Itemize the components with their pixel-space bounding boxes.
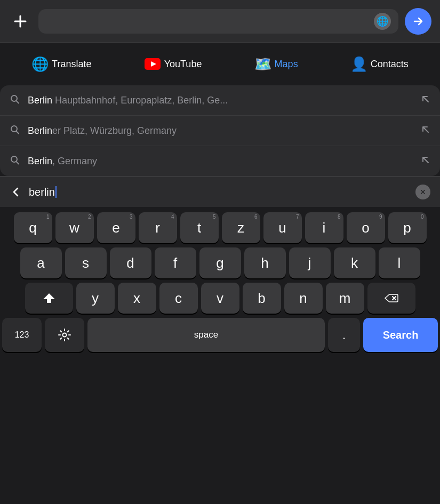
new-tab-button[interactable] <box>9 10 32 33</box>
url-search-bar[interactable]: 🌐 <box>38 9 398 34</box>
quick-link-contacts[interactable]: 👤 Contacts <box>350 55 409 73</box>
arrow-icon-2 <box>421 125 430 137</box>
key-search[interactable]: Search <box>363 318 438 352</box>
key-q[interactable]: 1q <box>14 212 52 243</box>
key-x[interactable]: x <box>118 283 156 314</box>
clear-button[interactable]: ✕ <box>415 185 430 199</box>
keyboard-row-2: a s d f g h j k l <box>2 247 438 278</box>
search-icon-3 <box>10 155 20 167</box>
key-z[interactable]: 6z <box>222 212 260 243</box>
search-icon-2 <box>10 124 20 137</box>
keyboard-row-4: 123 space . Search <box>2 318 438 352</box>
search-icon-1 <box>10 94 20 107</box>
key-delete[interactable] <box>367 283 415 314</box>
key-l[interactable]: l <box>379 247 420 278</box>
key-p[interactable]: 0p <box>388 212 427 243</box>
youtube-icon <box>144 55 161 73</box>
key-w[interactable]: 2w <box>55 212 94 243</box>
key-u[interactable]: 7u <box>263 212 302 243</box>
suggestion-text-3: Berlin, Germany <box>28 156 413 167</box>
search-value: berlin <box>29 186 55 198</box>
key-b[interactable]: b <box>243 283 281 314</box>
translate-label: Translate <box>52 59 91 70</box>
keyboard-row-1: 1q 2w 3e 4r 5t 6z 7u 8i 9o 0p <box>2 212 438 243</box>
key-d[interactable]: d <box>110 247 151 278</box>
key-a[interactable]: a <box>20 247 62 278</box>
key-123[interactable]: 123 <box>2 318 42 352</box>
key-shift[interactable] <box>25 283 73 314</box>
svg-line-9 <box>17 162 19 164</box>
quick-link-translate[interactable]: 🌐 Translate <box>31 55 91 73</box>
key-space[interactable]: space <box>87 318 325 352</box>
search-text-display[interactable]: berlin <box>29 186 409 198</box>
key-m[interactable]: m <box>326 283 364 314</box>
key-f[interactable]: f <box>155 247 196 278</box>
key-j[interactable]: j <box>289 247 331 278</box>
svg-point-12 <box>63 333 67 337</box>
key-h[interactable]: h <box>244 247 286 278</box>
translate-icon: 🌐 <box>31 55 49 73</box>
contacts-label: Contacts <box>371 59 409 70</box>
key-g[interactable]: g <box>199 247 241 278</box>
back-button[interactable] <box>10 186 22 198</box>
maps-label: Maps <box>275 59 298 70</box>
key-y[interactable]: y <box>76 283 115 314</box>
key-settings[interactable] <box>45 318 84 352</box>
text-cursor <box>55 186 57 198</box>
quick-link-youtube[interactable]: YouTube <box>144 55 202 73</box>
go-button[interactable] <box>405 8 431 35</box>
key-i[interactable]: 8i <box>305 212 343 243</box>
suggestion-item-3[interactable]: Berlin, Germany <box>0 146 440 176</box>
top-bar: 🌐 <box>0 0 440 43</box>
key-c[interactable]: c <box>159 283 198 314</box>
key-t[interactable]: 5t <box>180 212 219 243</box>
key-v[interactable]: v <box>201 283 239 314</box>
key-n[interactable]: n <box>284 283 323 314</box>
key-s[interactable]: s <box>65 247 107 278</box>
arrow-icon-3 <box>421 155 430 167</box>
suggestion-text-2: Berliner Platz, Würzburg, Germany <box>28 125 413 137</box>
svg-line-7 <box>17 131 19 134</box>
suggestion-item-1[interactable]: Berlin Hauptbahnhof, Europaplatz, Berlin… <box>0 85 440 116</box>
quick-links-bar: 🌐 Translate YouTube 🗺️ Maps 👤 Contacts <box>0 43 440 85</box>
contacts-icon: 👤 <box>350 55 367 73</box>
suggestions-list: Berlin Hauptbahnhof, Europaplatz, Berlin… <box>0 85 440 176</box>
quick-link-maps[interactable]: 🗺️ Maps <box>254 55 298 73</box>
suggestion-item-2[interactable]: Berliner Platz, Würzburg, Germany <box>0 116 440 146</box>
maps-icon: 🗺️ <box>254 55 271 73</box>
emoji-button[interactable]: 🌐 <box>374 13 391 30</box>
keyboard: 1q 2w 3e 4r 5t 6z 7u 8i 9o 0p a s d f g … <box>0 207 440 504</box>
key-k[interactable]: k <box>334 247 375 278</box>
svg-line-5 <box>17 101 19 103</box>
suggestion-text-1: Berlin Hauptbahnhof, Europaplatz, Berlin… <box>28 95 413 106</box>
arrow-icon-1 <box>421 94 430 106</box>
key-o[interactable]: 9o <box>347 212 385 243</box>
youtube-label: YouTube <box>164 59 202 70</box>
key-period[interactable]: . <box>328 318 360 352</box>
key-r[interactable]: 4r <box>139 212 177 243</box>
keyboard-row-3: y x c v b n m <box>2 283 438 314</box>
search-input-row: berlin ✕ <box>0 176 440 207</box>
key-e[interactable]: 3e <box>97 212 135 243</box>
